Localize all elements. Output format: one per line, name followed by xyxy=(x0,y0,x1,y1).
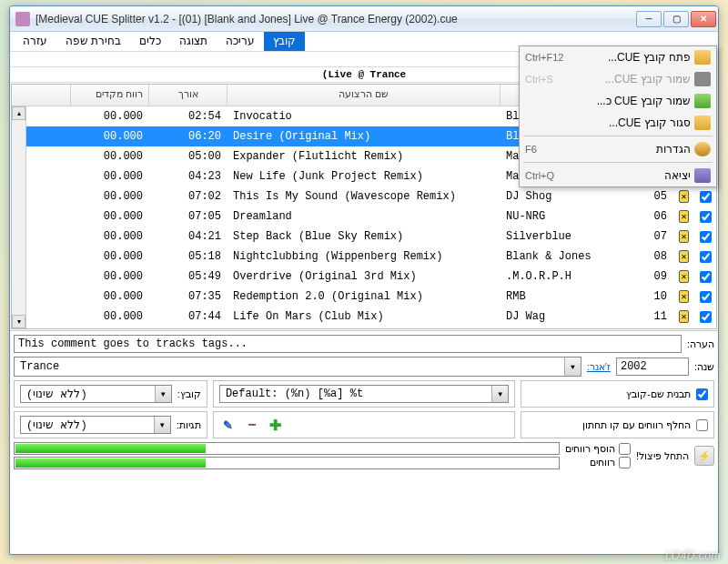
cell-index: 10 xyxy=(638,288,672,305)
table-row[interactable]: ✕10RMBRedemption 2.0 (Original Mix)07:35… xyxy=(12,287,716,307)
table-row[interactable]: ✕05DJ ShogThis Is My Sound (Wavescope Re… xyxy=(12,186,716,206)
file-combo[interactable]: (ללא שינוי) ▼ xyxy=(20,385,172,403)
cell-artist: Silverblue xyxy=(500,228,638,245)
row-checkbox[interactable] xyxy=(700,311,712,323)
save-icon xyxy=(694,72,711,86)
table-row[interactable]: ✕08Blank & JonesNightclubbing (Wippenber… xyxy=(12,247,716,267)
cell-pregap: 00.000 xyxy=(70,108,148,125)
menu-tools[interactable]: כלים xyxy=(130,32,170,51)
row-checkbox[interactable] xyxy=(700,211,712,223)
scroll-down-button[interactable]: ▾ xyxy=(12,315,25,328)
close-button[interactable]: ✕ xyxy=(691,11,716,27)
menu-language[interactable]: בחירת שפה xyxy=(56,32,130,51)
file-menu-dropdown: פתח קובץ CUE...Ctrl+F12שמור קובץ CUE...C… xyxy=(519,45,717,187)
menu-edit[interactable]: עריכה xyxy=(217,32,264,51)
filename-pattern-combo-cell: Default: (%n) [%a] %t ▼ xyxy=(213,380,515,408)
delete-icon[interactable]: ✕ xyxy=(679,230,689,243)
window-controls: ─ ▢ ✕ xyxy=(634,11,716,27)
chevron-down-icon[interactable]: ▼ xyxy=(564,358,581,376)
cell-pregap: 00.000 xyxy=(70,288,148,305)
exit-icon xyxy=(694,168,711,183)
delete-icon[interactable]: ✕ xyxy=(679,290,689,303)
th-title[interactable]: שם הרצועה xyxy=(227,85,500,106)
comment-input[interactable] xyxy=(14,335,682,353)
menu-item[interactable]: שמור קובץ CUE כ... xyxy=(520,90,716,112)
tags-combo[interactable]: (ללא שינוי) ▼ xyxy=(20,416,171,434)
table-row[interactable]: ✕11DJ WagLife On Mars (Club Mix)07:4400.… xyxy=(12,307,716,327)
file-dropdown-label: קובץ: xyxy=(177,388,201,400)
delete-icon[interactable]: ✕ xyxy=(679,190,689,203)
chevron-down-icon[interactable]: ▼ xyxy=(491,386,508,402)
close-icon xyxy=(694,116,711,130)
menu-item[interactable]: סגור קובץ CUE... xyxy=(520,112,716,134)
replace-spaces-checkbox[interactable] xyxy=(696,419,708,431)
minus-icon[interactable]: − xyxy=(243,416,261,434)
menu-item[interactable]: הגדרותF6 xyxy=(520,138,716,160)
cell-title: Step Back (Blue Sky Remix) xyxy=(227,228,500,245)
menu-item[interactable]: יציאהCtrl+Q xyxy=(520,165,716,186)
chevron-down-icon[interactable]: ▼ xyxy=(154,417,170,433)
genre-combo[interactable]: Trance ▼ xyxy=(14,357,581,377)
table-row[interactable]: ✕07SilverblueStep Back (Blue Sky Remix)0… xyxy=(12,227,716,247)
cell-title: Dreamland xyxy=(227,208,500,225)
row-checkbox[interactable] xyxy=(700,251,712,263)
row-checkbox-cell xyxy=(694,269,716,285)
chevron-down-icon[interactable]: ▼ xyxy=(155,386,171,402)
th-pregap[interactable]: רווח מקדים xyxy=(70,85,148,106)
delete-icon[interactable]: ✕ xyxy=(679,250,689,263)
genre-value: Trance xyxy=(15,358,564,375)
row-delete-cell: ✕ xyxy=(672,188,694,205)
table-row[interactable]: ✕06NU-NRGDreamland07:0500.000 xyxy=(12,206,716,227)
delete-icon[interactable]: ✕ xyxy=(679,210,689,223)
menu-view[interactable]: תצוגה xyxy=(170,32,217,51)
menu-item-label: הגדרות xyxy=(544,143,691,156)
row-checkbox[interactable] xyxy=(700,271,712,283)
cell-title: Overdrive (Original 3rd Mix) xyxy=(227,268,500,285)
row-checkbox[interactable] xyxy=(700,191,712,203)
tag-tools-cell: ✎ − ✚ xyxy=(213,411,515,438)
cell-length: 06:20 xyxy=(148,128,227,145)
cell-title: Desire (Original Mix) xyxy=(227,128,500,145)
filename-pattern-value: Default: (%n) [%a] %t xyxy=(220,386,491,402)
row-checkbox-cell xyxy=(694,189,716,205)
gaps-checkbox[interactable] xyxy=(619,457,631,468)
scroll-up-button[interactable]: ▴ xyxy=(12,106,25,120)
year-input[interactable] xyxy=(616,358,689,376)
plus-icon[interactable]: ✚ xyxy=(267,416,285,434)
cell-index: 09 xyxy=(638,268,672,285)
row-checkbox[interactable] xyxy=(700,231,712,243)
menu-item[interactable]: פתח קובץ CUE...Ctrl+F12 xyxy=(520,46,716,68)
cell-length: 04:21 xyxy=(148,228,227,245)
row-delete-cell: ✕ xyxy=(672,268,694,285)
file-combo-cell: קובץ: (ללא שינוי) ▼ xyxy=(14,380,207,408)
menu-file[interactable]: קובץ xyxy=(264,32,305,51)
split-button[interactable]: ⚡ xyxy=(694,446,714,466)
year-label: שנה: xyxy=(694,361,714,373)
edit-icon[interactable]: ✎ xyxy=(219,416,238,434)
filename-pattern-label: תבנית שם-קובץ xyxy=(626,388,691,400)
cell-title: Life On Mars (Club Mix) xyxy=(227,308,500,325)
vertical-scrollbar[interactable]: ▴ ▾ xyxy=(12,106,26,328)
cell-index: 06 xyxy=(638,208,672,225)
add-gaps-checkbox[interactable] xyxy=(619,443,631,455)
watermark: LO4D.com xyxy=(665,549,721,562)
genre-label[interactable]: ז'אנר: xyxy=(587,361,611,373)
minimize-button[interactable]: ─ xyxy=(636,11,662,27)
table-row[interactable]: ✕09M.O.R.P.H.Overdrive (Original 3rd Mix… xyxy=(12,267,716,287)
progress-bar-1 xyxy=(14,442,560,455)
filename-pattern-checkbox[interactable] xyxy=(696,388,708,400)
cell-length: 05:49 xyxy=(148,268,227,285)
filename-pattern-combo[interactable]: Default: (%n) [%a] %t ▼ xyxy=(219,385,509,403)
cell-pregap: 00.000 xyxy=(70,228,148,245)
delete-icon[interactable]: ✕ xyxy=(679,310,689,323)
delete-icon[interactable]: ✕ xyxy=(679,270,689,283)
menu-help[interactable]: עזרה xyxy=(14,32,56,51)
cell-length: 04:23 xyxy=(148,168,227,185)
row-checkbox[interactable] xyxy=(700,291,712,303)
progress-bar-2 xyxy=(14,457,560,469)
maximize-button[interactable]: ▢ xyxy=(663,11,689,27)
bottom-panel: הערה: שנה: ז'אנר: Trance ▼ תבנית שם-קובץ… xyxy=(10,330,718,473)
th-length[interactable]: אורך xyxy=(148,85,227,106)
row-checkbox-cell xyxy=(694,249,716,265)
cell-length: 02:54 xyxy=(148,108,227,125)
